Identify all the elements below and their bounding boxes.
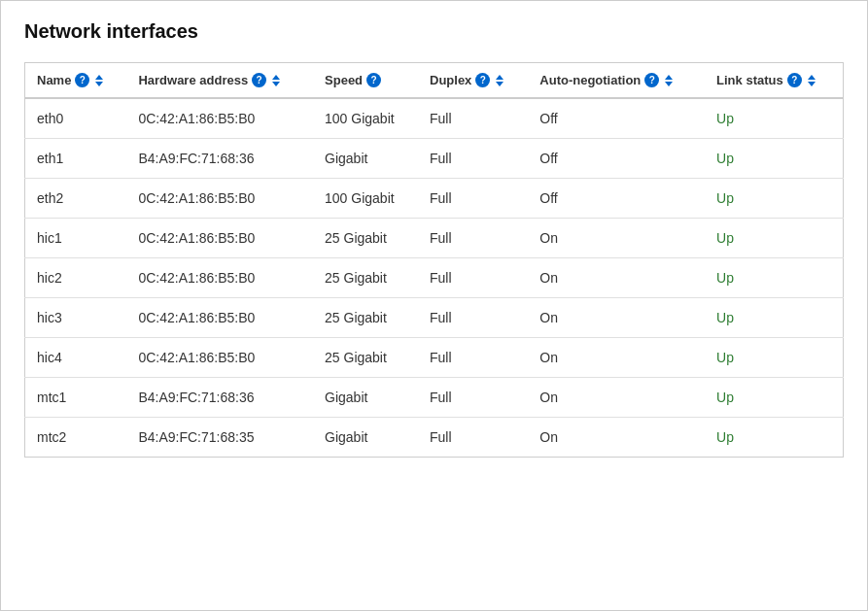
- speed-help-icon[interactable]: ?: [366, 73, 381, 87]
- cell-speed: Gigabit: [313, 139, 418, 179]
- cell-duplex: Full: [418, 338, 528, 378]
- table-row: eth20C:42:A1:86:B5:B0100 GigabitFullOffU…: [25, 179, 844, 219]
- auto-negotiation-sort[interactable]: [665, 74, 673, 87]
- col-header-duplex: Duplex ?: [418, 63, 528, 99]
- cell-hardware_address: B4:A9:FC:71:68:36: [126, 378, 313, 418]
- cell-link_status: Up: [705, 179, 843, 219]
- cell-auto_negotiation: On: [528, 219, 705, 258]
- cell-hardware_address: B4:A9:FC:71:68:35: [126, 418, 313, 458]
- header-row: Name ? Hardware address ?: [25, 63, 844, 99]
- page-title: Network interfaces: [24, 20, 844, 43]
- col-header-hardware-address: Hardware address ?: [126, 63, 313, 99]
- cell-auto_negotiation: On: [528, 298, 705, 338]
- cell-speed: 25 Gigabit: [313, 298, 418, 338]
- sort-up-icon: [496, 75, 503, 80]
- hardware-address-help-icon[interactable]: ?: [252, 73, 266, 87]
- cell-link_status: Up: [705, 98, 843, 139]
- table-body: eth00C:42:A1:86:B5:B0100 GigabitFullOffU…: [25, 98, 844, 458]
- sort-down-icon: [95, 82, 103, 86]
- cell-link_status: Up: [705, 298, 843, 338]
- cell-duplex: Full: [418, 258, 528, 298]
- cell-duplex: Full: [418, 139, 528, 179]
- col-duplex-label: Duplex: [430, 73, 471, 87]
- col-header-speed: Speed ?: [313, 63, 418, 99]
- table-row: hic30C:42:A1:86:B5:B025 GigabitFullOnUp: [25, 298, 844, 338]
- col-auto-negotiation-label: Auto-negotiation: [539, 73, 641, 87]
- link-status-help-icon[interactable]: ?: [787, 73, 802, 87]
- cell-link_status: Up: [705, 378, 843, 418]
- table-row: eth00C:42:A1:86:B5:B0100 GigabitFullOffU…: [25, 98, 844, 139]
- table-row: hic20C:42:A1:86:B5:B025 GigabitFullOnUp: [25, 258, 844, 298]
- cell-auto_negotiation: On: [528, 418, 705, 458]
- col-header-name: Name ?: [25, 63, 127, 99]
- cell-link_status: Up: [705, 258, 843, 298]
- sort-up-icon: [665, 75, 673, 80]
- cell-name: eth1: [25, 139, 127, 179]
- cell-name: mtc1: [25, 378, 127, 418]
- cell-auto_negotiation: Off: [528, 98, 705, 139]
- cell-hardware_address: 0C:42:A1:86:B5:B0: [126, 98, 313, 139]
- cell-hardware_address: 0C:42:A1:86:B5:B0: [126, 298, 313, 338]
- network-interfaces-page: Network interfaces Name ? Hardwa: [0, 0, 868, 611]
- cell-duplex: Full: [418, 219, 528, 258]
- sort-up-icon: [272, 75, 280, 80]
- cell-duplex: Full: [418, 179, 528, 219]
- cell-hardware_address: 0C:42:A1:86:B5:B0: [126, 219, 313, 258]
- sort-down-icon: [272, 82, 280, 86]
- cell-name: hic2: [25, 258, 127, 298]
- cell-auto_negotiation: On: [528, 338, 705, 378]
- sort-up-icon: [808, 75, 816, 80]
- cell-link_status: Up: [705, 338, 843, 378]
- duplex-sort[interactable]: [496, 74, 503, 87]
- cell-duplex: Full: [418, 418, 528, 458]
- duplex-help-icon[interactable]: ?: [475, 73, 490, 87]
- cell-name: eth0: [25, 98, 127, 139]
- cell-hardware_address: 0C:42:A1:86:B5:B0: [126, 258, 313, 298]
- col-header-link-status: Link status ?: [705, 63, 843, 99]
- auto-negotiation-help-icon[interactable]: ?: [644, 73, 659, 87]
- cell-duplex: Full: [418, 98, 528, 139]
- table-row: hic40C:42:A1:86:B5:B025 GigabitFullOnUp: [25, 338, 844, 378]
- hardware-address-sort[interactable]: [272, 74, 280, 87]
- cell-auto_negotiation: On: [528, 378, 705, 418]
- cell-link_status: Up: [705, 219, 843, 258]
- cell-auto_negotiation: On: [528, 258, 705, 298]
- cell-link_status: Up: [705, 139, 843, 179]
- sort-down-icon: [665, 82, 673, 86]
- cell-speed: 100 Gigabit: [313, 98, 418, 139]
- cell-hardware_address: B4:A9:FC:71:68:36: [126, 139, 313, 179]
- cell-auto_negotiation: Off: [528, 179, 705, 219]
- col-name-label: Name: [37, 73, 71, 87]
- cell-hardware_address: 0C:42:A1:86:B5:B0: [126, 179, 313, 219]
- network-interfaces-table: Name ? Hardware address ?: [24, 62, 844, 458]
- cell-name: eth2: [25, 179, 127, 219]
- table-row: eth1B4:A9:FC:71:68:36GigabitFullOffUp: [25, 139, 844, 179]
- col-speed-label: Speed: [325, 73, 363, 87]
- table-row: hic10C:42:A1:86:B5:B025 GigabitFullOnUp: [25, 219, 844, 258]
- cell-link_status: Up: [705, 418, 843, 458]
- col-header-auto-negotiation: Auto-negotiation ?: [528, 63, 705, 99]
- name-help-icon[interactable]: ?: [75, 73, 89, 87]
- cell-name: mtc2: [25, 418, 127, 458]
- table-row: mtc2B4:A9:FC:71:68:35GigabitFullOnUp: [25, 418, 844, 458]
- link-status-sort[interactable]: [808, 74, 816, 87]
- cell-speed: Gigabit: [313, 418, 418, 458]
- cell-duplex: Full: [418, 378, 528, 418]
- cell-speed: Gigabit: [313, 378, 418, 418]
- col-link-status-label: Link status: [716, 73, 783, 87]
- cell-speed: 25 Gigabit: [313, 338, 418, 378]
- cell-name: hic1: [25, 219, 127, 258]
- cell-name: hic4: [25, 338, 127, 378]
- sort-down-icon: [808, 82, 816, 86]
- sort-down-icon: [496, 82, 503, 86]
- table-header: Name ? Hardware address ?: [25, 63, 844, 99]
- table-row: mtc1B4:A9:FC:71:68:36GigabitFullOnUp: [25, 378, 844, 418]
- sort-up-icon: [95, 75, 103, 80]
- name-sort[interactable]: [95, 74, 103, 87]
- cell-duplex: Full: [418, 298, 528, 338]
- cell-speed: 100 Gigabit: [313, 179, 418, 219]
- cell-hardware_address: 0C:42:A1:86:B5:B0: [126, 338, 313, 378]
- cell-speed: 25 Gigabit: [313, 219, 418, 258]
- cell-speed: 25 Gigabit: [313, 258, 418, 298]
- cell-auto_negotiation: Off: [528, 139, 705, 179]
